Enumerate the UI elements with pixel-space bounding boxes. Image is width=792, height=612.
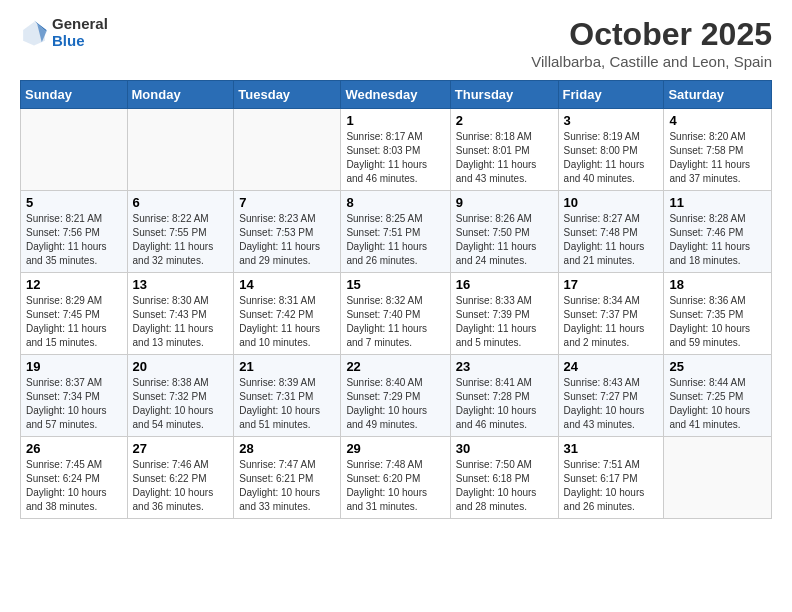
title-block: October 2025 Villalbarba, Castille and L…: [531, 16, 772, 70]
day-number: 12: [26, 277, 122, 292]
day-number: 2: [456, 113, 553, 128]
day-info: Sunrise: 8:34 AM Sunset: 7:37 PM Dayligh…: [564, 294, 659, 350]
day-number: 27: [133, 441, 229, 456]
calendar-cell: 31Sunrise: 7:51 AM Sunset: 6:17 PM Dayli…: [558, 437, 664, 519]
day-number: 30: [456, 441, 553, 456]
day-info: Sunrise: 8:33 AM Sunset: 7:39 PM Dayligh…: [456, 294, 553, 350]
weekday-header-monday: Monday: [127, 81, 234, 109]
day-info: Sunrise: 8:40 AM Sunset: 7:29 PM Dayligh…: [346, 376, 444, 432]
day-number: 6: [133, 195, 229, 210]
day-number: 13: [133, 277, 229, 292]
day-info: Sunrise: 8:21 AM Sunset: 7:56 PM Dayligh…: [26, 212, 122, 268]
day-info: Sunrise: 8:18 AM Sunset: 8:01 PM Dayligh…: [456, 130, 553, 186]
day-info: Sunrise: 8:22 AM Sunset: 7:55 PM Dayligh…: [133, 212, 229, 268]
logo-blue-text: Blue: [52, 33, 108, 50]
calendar-cell: 13Sunrise: 8:30 AM Sunset: 7:43 PM Dayli…: [127, 273, 234, 355]
calendar-cell: 4Sunrise: 8:20 AM Sunset: 7:58 PM Daylig…: [664, 109, 772, 191]
day-number: 25: [669, 359, 766, 374]
calendar-cell: 21Sunrise: 8:39 AM Sunset: 7:31 PM Dayli…: [234, 355, 341, 437]
day-number: 1: [346, 113, 444, 128]
calendar-week-row: 1Sunrise: 8:17 AM Sunset: 8:03 PM Daylig…: [21, 109, 772, 191]
day-number: 21: [239, 359, 335, 374]
day-number: 24: [564, 359, 659, 374]
logo-general-text: General: [52, 16, 108, 33]
calendar-cell: [664, 437, 772, 519]
day-info: Sunrise: 8:19 AM Sunset: 8:00 PM Dayligh…: [564, 130, 659, 186]
calendar-cell: 5Sunrise: 8:21 AM Sunset: 7:56 PM Daylig…: [21, 191, 128, 273]
day-info: Sunrise: 7:50 AM Sunset: 6:18 PM Dayligh…: [456, 458, 553, 514]
day-number: 10: [564, 195, 659, 210]
day-info: Sunrise: 7:47 AM Sunset: 6:21 PM Dayligh…: [239, 458, 335, 514]
calendar-cell: 1Sunrise: 8:17 AM Sunset: 8:03 PM Daylig…: [341, 109, 450, 191]
calendar-cell: 2Sunrise: 8:18 AM Sunset: 8:01 PM Daylig…: [450, 109, 558, 191]
day-info: Sunrise: 8:28 AM Sunset: 7:46 PM Dayligh…: [669, 212, 766, 268]
day-info: Sunrise: 8:23 AM Sunset: 7:53 PM Dayligh…: [239, 212, 335, 268]
calendar-cell: 8Sunrise: 8:25 AM Sunset: 7:51 PM Daylig…: [341, 191, 450, 273]
month-title: October 2025: [531, 16, 772, 53]
calendar-cell: [21, 109, 128, 191]
calendar-cell: 17Sunrise: 8:34 AM Sunset: 7:37 PM Dayli…: [558, 273, 664, 355]
day-number: 19: [26, 359, 122, 374]
calendar-cell: [234, 109, 341, 191]
weekday-header-friday: Friday: [558, 81, 664, 109]
weekday-header-sunday: Sunday: [21, 81, 128, 109]
weekday-header-saturday: Saturday: [664, 81, 772, 109]
weekday-header-wednesday: Wednesday: [341, 81, 450, 109]
weekday-header-thursday: Thursday: [450, 81, 558, 109]
page-header: General Blue October 2025 Villalbarba, C…: [20, 16, 772, 70]
day-info: Sunrise: 7:51 AM Sunset: 6:17 PM Dayligh…: [564, 458, 659, 514]
day-number: 8: [346, 195, 444, 210]
day-number: 17: [564, 277, 659, 292]
day-number: 15: [346, 277, 444, 292]
calendar-cell: 15Sunrise: 8:32 AM Sunset: 7:40 PM Dayli…: [341, 273, 450, 355]
calendar-table: SundayMondayTuesdayWednesdayThursdayFrid…: [20, 80, 772, 519]
day-info: Sunrise: 8:37 AM Sunset: 7:34 PM Dayligh…: [26, 376, 122, 432]
day-info: Sunrise: 8:39 AM Sunset: 7:31 PM Dayligh…: [239, 376, 335, 432]
calendar-cell: 14Sunrise: 8:31 AM Sunset: 7:42 PM Dayli…: [234, 273, 341, 355]
day-number: 18: [669, 277, 766, 292]
day-info: Sunrise: 8:32 AM Sunset: 7:40 PM Dayligh…: [346, 294, 444, 350]
day-info: Sunrise: 8:17 AM Sunset: 8:03 PM Dayligh…: [346, 130, 444, 186]
calendar-week-row: 26Sunrise: 7:45 AM Sunset: 6:24 PM Dayli…: [21, 437, 772, 519]
logo-icon: [20, 19, 48, 47]
logo-text: General Blue: [52, 16, 108, 49]
day-info: Sunrise: 8:41 AM Sunset: 7:28 PM Dayligh…: [456, 376, 553, 432]
calendar-cell: 20Sunrise: 8:38 AM Sunset: 7:32 PM Dayli…: [127, 355, 234, 437]
day-number: 26: [26, 441, 122, 456]
location-text: Villalbarba, Castille and Leon, Spain: [531, 53, 772, 70]
calendar-cell: [127, 109, 234, 191]
day-number: 28: [239, 441, 335, 456]
day-info: Sunrise: 8:27 AM Sunset: 7:48 PM Dayligh…: [564, 212, 659, 268]
day-number: 5: [26, 195, 122, 210]
day-number: 31: [564, 441, 659, 456]
day-number: 3: [564, 113, 659, 128]
day-info: Sunrise: 7:48 AM Sunset: 6:20 PM Dayligh…: [346, 458, 444, 514]
calendar-cell: 10Sunrise: 8:27 AM Sunset: 7:48 PM Dayli…: [558, 191, 664, 273]
calendar-cell: 6Sunrise: 8:22 AM Sunset: 7:55 PM Daylig…: [127, 191, 234, 273]
calendar-cell: 27Sunrise: 7:46 AM Sunset: 6:22 PM Dayli…: [127, 437, 234, 519]
day-number: 9: [456, 195, 553, 210]
calendar-cell: 3Sunrise: 8:19 AM Sunset: 8:00 PM Daylig…: [558, 109, 664, 191]
day-info: Sunrise: 8:25 AM Sunset: 7:51 PM Dayligh…: [346, 212, 444, 268]
calendar-week-row: 12Sunrise: 8:29 AM Sunset: 7:45 PM Dayli…: [21, 273, 772, 355]
calendar-cell: 24Sunrise: 8:43 AM Sunset: 7:27 PM Dayli…: [558, 355, 664, 437]
calendar-cell: 25Sunrise: 8:44 AM Sunset: 7:25 PM Dayli…: [664, 355, 772, 437]
calendar-cell: 23Sunrise: 8:41 AM Sunset: 7:28 PM Dayli…: [450, 355, 558, 437]
day-number: 4: [669, 113, 766, 128]
calendar-cell: 7Sunrise: 8:23 AM Sunset: 7:53 PM Daylig…: [234, 191, 341, 273]
day-info: Sunrise: 8:26 AM Sunset: 7:50 PM Dayligh…: [456, 212, 553, 268]
day-number: 11: [669, 195, 766, 210]
logo: General Blue: [20, 16, 108, 49]
day-number: 20: [133, 359, 229, 374]
day-number: 7: [239, 195, 335, 210]
day-info: Sunrise: 7:46 AM Sunset: 6:22 PM Dayligh…: [133, 458, 229, 514]
day-number: 14: [239, 277, 335, 292]
calendar-cell: 28Sunrise: 7:47 AM Sunset: 6:21 PM Dayli…: [234, 437, 341, 519]
calendar-week-row: 5Sunrise: 8:21 AM Sunset: 7:56 PM Daylig…: [21, 191, 772, 273]
day-number: 29: [346, 441, 444, 456]
calendar-cell: 18Sunrise: 8:36 AM Sunset: 7:35 PM Dayli…: [664, 273, 772, 355]
calendar-cell: 11Sunrise: 8:28 AM Sunset: 7:46 PM Dayli…: [664, 191, 772, 273]
calendar-cell: 29Sunrise: 7:48 AM Sunset: 6:20 PM Dayli…: [341, 437, 450, 519]
calendar-cell: 12Sunrise: 8:29 AM Sunset: 7:45 PM Dayli…: [21, 273, 128, 355]
calendar-cell: 26Sunrise: 7:45 AM Sunset: 6:24 PM Dayli…: [21, 437, 128, 519]
